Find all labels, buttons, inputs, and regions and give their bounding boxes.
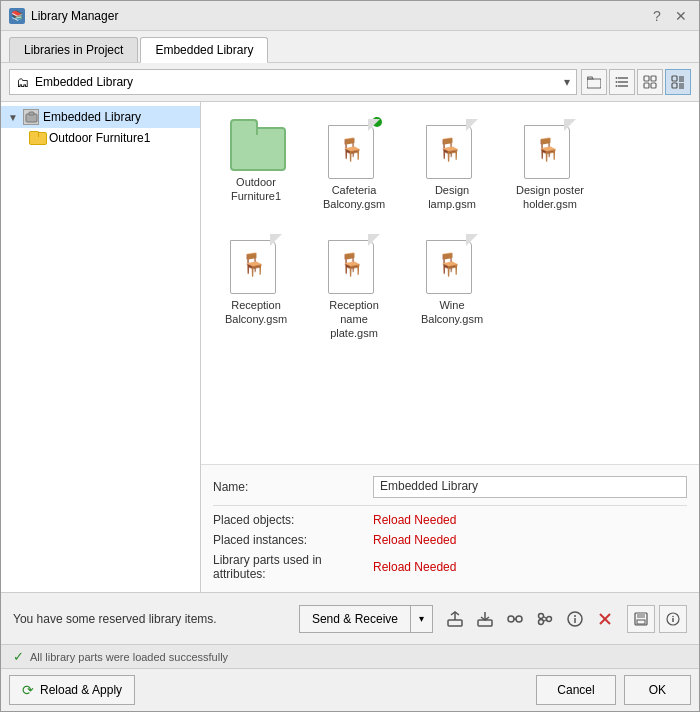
ok-button[interactable]: OK bbox=[624, 675, 691, 705]
info-panel: Name: Embedded Library Placed objects: R… bbox=[201, 464, 699, 592]
info-row-placed-instances: Placed instances: Reload Needed bbox=[213, 530, 687, 550]
library-parts-label: Library parts used in attributes: bbox=[213, 553, 373, 581]
folder-icon bbox=[29, 131, 45, 145]
connect-button[interactable] bbox=[501, 605, 529, 633]
reload-apply-button[interactable]: ⟳ Reload & Apply bbox=[9, 675, 135, 705]
file-grid: OutdoorFurniture1 🪑 CafeteriaBalcony.gsm bbox=[201, 102, 699, 464]
close-button[interactable]: ✕ bbox=[671, 6, 691, 26]
library-select-icon: 🗂 bbox=[16, 75, 29, 90]
window-controls: ? ✕ bbox=[647, 6, 691, 26]
tab-embedded-library[interactable]: Embedded Library bbox=[140, 37, 268, 63]
bottom-toolbar: You have some reserved library items. Se… bbox=[1, 592, 699, 644]
chair-icon: 🪑 bbox=[334, 248, 368, 282]
gsm-corner-icon bbox=[368, 119, 380, 131]
save-icon bbox=[634, 612, 648, 626]
file-item-design-poster-holder[interactable]: 🪑 Design posterholder.gsm bbox=[505, 112, 595, 219]
placed-instances-label: Placed instances: bbox=[213, 533, 373, 547]
placed-objects-value: Reload Needed bbox=[373, 513, 687, 527]
connect-icon bbox=[506, 610, 524, 628]
tabs-row: Libraries in Project Embedded Library bbox=[1, 31, 699, 63]
cancel-label: Cancel bbox=[557, 683, 594, 697]
file-item-design-lamp[interactable]: 🪑 Design lamp.gsm bbox=[407, 112, 497, 219]
file-item-reception-name-plate[interactable]: 🪑 Reception nameplate.gsm bbox=[309, 227, 399, 348]
list-view-button[interactable] bbox=[609, 69, 635, 95]
svg-point-35 bbox=[574, 615, 576, 617]
help-button[interactable]: ? bbox=[647, 6, 667, 26]
gsm-corner-icon bbox=[368, 234, 380, 246]
placed-objects-label: Placed objects: bbox=[213, 513, 373, 527]
file-label-reception-name-plate: Reception nameplate.gsm bbox=[314, 298, 394, 341]
ok-label: OK bbox=[649, 683, 666, 697]
svg-point-43 bbox=[672, 615, 674, 617]
file-label-design-lamp: Design lamp.gsm bbox=[412, 183, 492, 212]
tree-item-outdoor-furniture[interactable]: Outdoor Furniture1 bbox=[1, 128, 200, 148]
merge-icon bbox=[536, 610, 554, 628]
file-label-wine-balcony: WineBalcony.gsm bbox=[421, 298, 483, 327]
library-parts-value: Reload Needed bbox=[373, 560, 687, 574]
svg-point-6 bbox=[616, 85, 618, 87]
svg-rect-9 bbox=[644, 83, 649, 88]
library-tree-panel: ▼ Embedded Library Outdoor Furniture1 bbox=[1, 102, 201, 592]
info-icon bbox=[666, 612, 680, 626]
chair-icon: 🪑 bbox=[530, 133, 564, 167]
svg-rect-10 bbox=[651, 83, 656, 88]
upload-to-library-button[interactable] bbox=[441, 605, 469, 633]
file-item-wine-balcony[interactable]: 🪑 WineBalcony.gsm bbox=[407, 227, 497, 348]
download-from-library-button[interactable] bbox=[471, 605, 499, 633]
file-label-design-poster-holder: Design posterholder.gsm bbox=[516, 183, 584, 212]
library-dropdown[interactable]: 🗂 Embedded Library ▾ bbox=[9, 69, 577, 95]
detail-view-button[interactable] bbox=[665, 69, 691, 95]
file-item-reception-balcony[interactable]: 🪑 ReceptionBalcony.gsm bbox=[211, 227, 301, 348]
file-panel: OutdoorFurniture1 🪑 CafeteriaBalcony.gsm bbox=[201, 102, 699, 592]
svg-rect-0 bbox=[587, 79, 601, 88]
library-dropdown-value: Embedded Library bbox=[35, 75, 133, 89]
chair-icon: 🪑 bbox=[334, 133, 368, 167]
merge-button[interactable] bbox=[531, 605, 559, 633]
send-receive-button[interactable]: Send & Receive ▾ bbox=[299, 605, 433, 633]
svg-rect-15 bbox=[672, 83, 677, 88]
status-check-icon: ✓ bbox=[13, 649, 24, 664]
status-bar: ✓ All library parts were loaded successf… bbox=[1, 644, 699, 668]
svg-point-28 bbox=[539, 613, 544, 618]
svg-line-31 bbox=[544, 616, 547, 618]
library-info-button[interactable] bbox=[659, 605, 687, 633]
tree-toggle-icon[interactable]: ▼ bbox=[7, 111, 19, 123]
save-info-icons bbox=[627, 605, 687, 633]
cancel-button[interactable]: Cancel bbox=[536, 675, 615, 705]
file-item-outdoor-furniture1[interactable]: OutdoorFurniture1 bbox=[211, 112, 301, 219]
remove-button[interactable] bbox=[591, 605, 619, 633]
svg-rect-11 bbox=[672, 76, 677, 81]
main-content: ▼ Embedded Library Outdoor Furniture1 bbox=[1, 101, 699, 592]
main-window: 📚 Library Manager ? ✕ Libraries in Proje… bbox=[0, 0, 700, 712]
tab-libraries-in-project[interactable]: Libraries in Project bbox=[9, 37, 138, 62]
list-view-icon bbox=[615, 75, 629, 89]
details-button[interactable] bbox=[561, 605, 589, 633]
svg-rect-21 bbox=[448, 620, 462, 626]
grid-view-button[interactable] bbox=[637, 69, 663, 95]
window-title: Library Manager bbox=[31, 9, 647, 23]
name-value: Embedded Library bbox=[373, 476, 687, 498]
toolbar: 🗂 Embedded Library ▾ bbox=[1, 63, 699, 101]
send-receive-dropdown-icon: ▾ bbox=[419, 613, 424, 624]
save-library-button[interactable] bbox=[627, 605, 655, 633]
info-divider bbox=[213, 505, 687, 506]
file-label-cafeteria-balcony: CafeteriaBalcony.gsm bbox=[323, 183, 385, 212]
details-icon bbox=[566, 610, 584, 628]
svg-point-30 bbox=[547, 616, 552, 621]
svg-line-32 bbox=[544, 619, 547, 621]
folder-view-button[interactable] bbox=[581, 69, 607, 95]
tree-child-label: Outdoor Furniture1 bbox=[49, 131, 150, 145]
svg-rect-40 bbox=[637, 620, 645, 624]
remove-icon bbox=[596, 610, 614, 628]
gsm-corner-icon bbox=[466, 234, 478, 246]
svg-rect-39 bbox=[637, 613, 645, 618]
folder-file-icon bbox=[230, 119, 282, 171]
svg-point-4 bbox=[616, 77, 618, 79]
folder-view-icon bbox=[587, 75, 601, 89]
svg-rect-20 bbox=[29, 112, 34, 115]
file-item-cafeteria-balcony[interactable]: 🪑 CafeteriaBalcony.gsm bbox=[309, 112, 399, 219]
tree-item-embedded-library[interactable]: ▼ Embedded Library bbox=[1, 106, 200, 128]
chair-icon: 🪑 bbox=[432, 133, 466, 167]
download-icon bbox=[476, 610, 494, 628]
upload-icon bbox=[446, 610, 464, 628]
